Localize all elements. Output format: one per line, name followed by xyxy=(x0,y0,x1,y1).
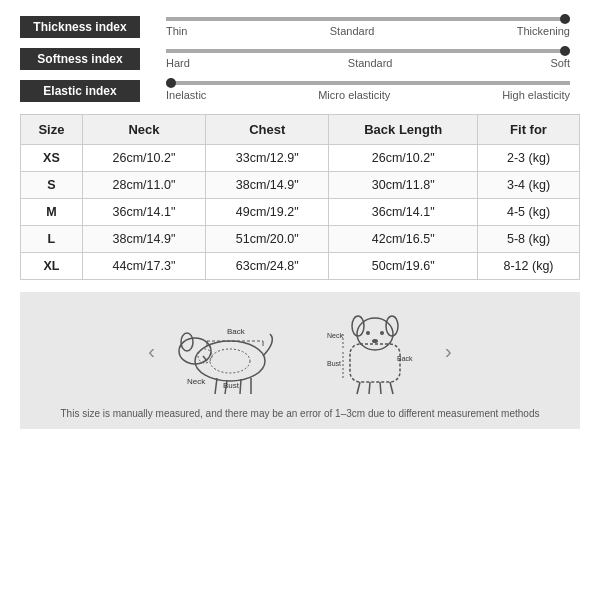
illustration-inner: ‹ xyxy=(30,306,570,396)
softness-label-1: Hard xyxy=(166,57,190,69)
svg-line-4 xyxy=(215,378,217,394)
data-cell: 42cm/16.5" xyxy=(329,226,478,253)
softness-scale: Hard Standard Soft xyxy=(156,49,580,69)
col-neck: Neck xyxy=(82,115,205,145)
size-cell: XL xyxy=(21,253,83,280)
data-cell: 3-4 (kg) xyxy=(478,172,580,199)
thickness-label: Thickness index xyxy=(20,16,140,38)
svg-line-25 xyxy=(380,382,381,394)
thickness-label-1: Thin xyxy=(166,25,187,37)
table-row: L38cm/14.9"51cm/20.0"42cm/16.5"5-8 (kg) xyxy=(21,226,580,253)
data-cell: 5-8 (kg) xyxy=(478,226,580,253)
softness-label-2: Standard xyxy=(348,57,393,69)
thickness-label-2: Standard xyxy=(330,25,375,37)
data-cell: 4-5 (kg) xyxy=(478,199,580,226)
svg-point-20 xyxy=(366,331,370,335)
svg-text:Bust: Bust xyxy=(223,381,240,390)
col-fit-for: Fit for xyxy=(478,115,580,145)
col-chest: Chest xyxy=(206,115,329,145)
size-cell: S xyxy=(21,172,83,199)
data-cell: 38cm/14.9" xyxy=(82,226,205,253)
table-row: S28cm/11.0"38cm/14.9"30cm/11.8"3-4 (kg) xyxy=(21,172,580,199)
size-table: Size Neck Chest Back Length Fit for XS26… xyxy=(20,114,580,280)
elastic-scale-labels: Inelastic Micro elasticity High elastici… xyxy=(166,89,570,101)
softness-index-row: Softness index Hard Standard Soft xyxy=(20,48,580,70)
table-row: XL44cm/17.3"63cm/24.8"50cm/19.6"8-12 (kg… xyxy=(21,253,580,280)
thickness-label-3: Thickening xyxy=(517,25,570,37)
table-body: XS26cm/10.2"33cm/12.9"26cm/10.2"2-3 (kg)… xyxy=(21,145,580,280)
elastic-label-3: High elasticity xyxy=(502,89,570,101)
data-cell: 26cm/10.2" xyxy=(329,145,478,172)
svg-line-6 xyxy=(240,379,241,394)
dog-side-figure: Neck Bust Back xyxy=(165,306,285,396)
svg-text:Bust: Bust xyxy=(327,360,341,367)
table-row: M36cm/14.1"49cm/19.2"36cm/14.1"4-5 (kg) xyxy=(21,199,580,226)
size-cell: M xyxy=(21,199,83,226)
thickness-index-row: Thickness index Thin Standard Thickening xyxy=(20,16,580,38)
dog-side-svg: Neck Bust Back xyxy=(165,306,285,396)
svg-point-18 xyxy=(352,316,364,336)
data-cell: 33cm/12.9" xyxy=(206,145,329,172)
illustration-section: ‹ xyxy=(20,292,580,429)
data-cell: 63cm/24.8" xyxy=(206,253,329,280)
softness-track xyxy=(166,49,570,53)
svg-point-21 xyxy=(380,331,384,335)
dog-illustrations: Neck Bust Back xyxy=(165,306,435,396)
svg-line-24 xyxy=(369,382,370,394)
main-container: Thickness index Thin Standard Thickening… xyxy=(0,0,600,445)
svg-text:Neck: Neck xyxy=(187,377,206,386)
svg-text:Back: Back xyxy=(397,355,413,362)
table-row: XS26cm/10.2"33cm/12.9"26cm/10.2"2-3 (kg) xyxy=(21,145,580,172)
svg-line-26 xyxy=(390,382,393,394)
svg-point-15 xyxy=(210,349,250,373)
thickness-scale-labels: Thin Standard Thickening xyxy=(166,25,570,37)
dog-front-svg: Neck Bust Back xyxy=(315,306,435,396)
dog-front-figure: Neck Bust Back xyxy=(315,306,435,396)
data-cell: 51cm/20.0" xyxy=(206,226,329,253)
elastic-label-1: Inelastic xyxy=(166,89,206,101)
size-cell: L xyxy=(21,226,83,253)
data-cell: 30cm/11.8" xyxy=(329,172,478,199)
data-cell: 50cm/19.6" xyxy=(329,253,478,280)
elastic-index-row: Elastic index Inelastic Micro elasticity… xyxy=(20,80,580,102)
softness-scale-labels: Hard Standard Soft xyxy=(166,57,570,69)
data-cell: 49cm/19.2" xyxy=(206,199,329,226)
svg-point-22 xyxy=(372,339,378,343)
elastic-dot xyxy=(166,78,176,88)
caption-text: This size is manually measured, and ther… xyxy=(61,408,540,419)
data-cell: 26cm/10.2" xyxy=(82,145,205,172)
svg-line-23 xyxy=(357,382,360,394)
softness-label: Softness index xyxy=(20,48,140,70)
thickness-scale: Thin Standard Thickening xyxy=(156,17,580,37)
elastic-label-2: Micro elasticity xyxy=(318,89,390,101)
svg-point-19 xyxy=(386,316,398,336)
thickness-track xyxy=(166,17,570,21)
softness-dot xyxy=(560,46,570,56)
col-size: Size xyxy=(21,115,83,145)
elastic-scale: Inelastic Micro elasticity High elastici… xyxy=(156,81,580,101)
softness-label-3: Soft xyxy=(550,57,570,69)
elastic-track xyxy=(166,81,570,85)
data-cell: 36cm/14.1" xyxy=(82,199,205,226)
arrow-left[interactable]: ‹ xyxy=(138,340,165,363)
svg-text:Back: Back xyxy=(227,327,246,336)
data-cell: 38cm/14.9" xyxy=(206,172,329,199)
arrow-right[interactable]: › xyxy=(435,340,462,363)
thickness-dot xyxy=(560,14,570,24)
svg-text:Neck: Neck xyxy=(327,332,343,339)
col-back-length: Back Length xyxy=(329,115,478,145)
data-cell: 44cm/17.3" xyxy=(82,253,205,280)
table-header-row: Size Neck Chest Back Length Fit for xyxy=(21,115,580,145)
data-cell: 8-12 (kg) xyxy=(478,253,580,280)
data-cell: 28cm/11.0" xyxy=(82,172,205,199)
data-cell: 36cm/14.1" xyxy=(329,199,478,226)
data-cell: 2-3 (kg) xyxy=(478,145,580,172)
index-section: Thickness index Thin Standard Thickening… xyxy=(20,16,580,102)
size-cell: XS xyxy=(21,145,83,172)
elastic-label: Elastic index xyxy=(20,80,140,102)
